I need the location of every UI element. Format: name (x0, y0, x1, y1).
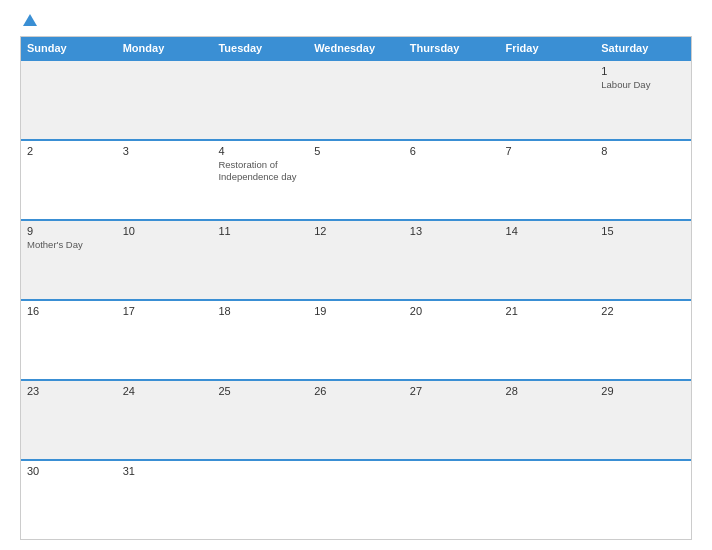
logo-row1 (20, 16, 37, 26)
day-number: 8 (601, 145, 685, 157)
calendar-week: 23242526272829 (21, 379, 691, 459)
day-number: 29 (601, 385, 685, 397)
calendar-header-cell: Tuesday (212, 37, 308, 59)
day-number: 26 (314, 385, 398, 397)
day-number: 4 (218, 145, 302, 157)
calendar-cell: 30 (21, 461, 117, 539)
page: SundayMondayTuesdayWednesdayThursdayFrid… (0, 0, 712, 550)
day-number: 18 (218, 305, 302, 317)
calendar-cell: 7 (500, 141, 596, 219)
header (20, 16, 692, 26)
day-number: 21 (506, 305, 590, 317)
calendar-cell: 17 (117, 301, 213, 379)
calendar-cell: 20 (404, 301, 500, 379)
calendar-week: 1Labour Day (21, 59, 691, 139)
day-number: 16 (27, 305, 111, 317)
calendar-body: 1Labour Day234Restoration of Independenc… (21, 59, 691, 539)
calendar-cell: 5 (308, 141, 404, 219)
logo-triangle-icon (23, 14, 37, 26)
day-number: 19 (314, 305, 398, 317)
calendar-cell (500, 61, 596, 139)
day-number: 17 (123, 305, 207, 317)
day-number: 27 (410, 385, 494, 397)
calendar-cell (308, 461, 404, 539)
day-number: 2 (27, 145, 111, 157)
day-number: 20 (410, 305, 494, 317)
day-number: 22 (601, 305, 685, 317)
calendar-cell: 19 (308, 301, 404, 379)
day-number: 3 (123, 145, 207, 157)
calendar-header-cell: Sunday (21, 37, 117, 59)
calendar-cell: 4Restoration of Independence day (212, 141, 308, 219)
calendar-cell (117, 61, 213, 139)
calendar-cell: 16 (21, 301, 117, 379)
day-number: 5 (314, 145, 398, 157)
calendar-cell: 27 (404, 381, 500, 459)
calendar-cell: 15 (595, 221, 691, 299)
day-number: 28 (506, 385, 590, 397)
calendar-header-cell: Monday (117, 37, 213, 59)
calendar-cell (308, 61, 404, 139)
day-number: 10 (123, 225, 207, 237)
calendar-cell: 11 (212, 221, 308, 299)
day-number: 31 (123, 465, 207, 477)
calendar-week: 16171819202122 (21, 299, 691, 379)
day-number: 11 (218, 225, 302, 237)
day-number: 30 (27, 465, 111, 477)
calendar-cell: 29 (595, 381, 691, 459)
calendar-header-cell: Wednesday (308, 37, 404, 59)
calendar-header-cell: Saturday (595, 37, 691, 59)
calendar-header-cell: Thursday (404, 37, 500, 59)
calendar-cell: 9Mother's Day (21, 221, 117, 299)
day-event: Labour Day (601, 79, 685, 91)
calendar-week: 234Restoration of Independence day5678 (21, 139, 691, 219)
calendar-cell: 14 (500, 221, 596, 299)
calendar-week: 9Mother's Day101112131415 (21, 219, 691, 299)
calendar-cell: 21 (500, 301, 596, 379)
calendar-cell: 6 (404, 141, 500, 219)
day-number: 1 (601, 65, 685, 77)
calendar-cell: 13 (404, 221, 500, 299)
calendar: SundayMondayTuesdayWednesdayThursdayFrid… (20, 36, 692, 540)
day-number: 23 (27, 385, 111, 397)
calendar-cell: 23 (21, 381, 117, 459)
day-number: 25 (218, 385, 302, 397)
calendar-cell: 1Labour Day (595, 61, 691, 139)
day-number: 24 (123, 385, 207, 397)
day-event: Mother's Day (27, 239, 111, 251)
calendar-cell: 10 (117, 221, 213, 299)
logo-wrapper (20, 16, 37, 26)
day-number: 13 (410, 225, 494, 237)
calendar-cell: 12 (308, 221, 404, 299)
calendar-cell (212, 61, 308, 139)
day-event: Restoration of Independence day (218, 159, 302, 184)
calendar-cell: 8 (595, 141, 691, 219)
calendar-cell (500, 461, 596, 539)
calendar-cell (404, 61, 500, 139)
day-number: 7 (506, 145, 590, 157)
calendar-cell (212, 461, 308, 539)
calendar-cell: 31 (117, 461, 213, 539)
day-number: 14 (506, 225, 590, 237)
day-number: 9 (27, 225, 111, 237)
logo (20, 16, 37, 26)
calendar-cell: 28 (500, 381, 596, 459)
day-number: 6 (410, 145, 494, 157)
day-number: 15 (601, 225, 685, 237)
calendar-cell: 2 (21, 141, 117, 219)
calendar-cell (595, 461, 691, 539)
calendar-cell: 3 (117, 141, 213, 219)
calendar-cell: 25 (212, 381, 308, 459)
calendar-week: 3031 (21, 459, 691, 539)
calendar-cell: 22 (595, 301, 691, 379)
calendar-cell: 26 (308, 381, 404, 459)
calendar-cell (21, 61, 117, 139)
calendar-header: SundayMondayTuesdayWednesdayThursdayFrid… (21, 37, 691, 59)
calendar-cell: 24 (117, 381, 213, 459)
calendar-cell: 18 (212, 301, 308, 379)
day-number: 12 (314, 225, 398, 237)
calendar-cell (404, 461, 500, 539)
calendar-header-cell: Friday (500, 37, 596, 59)
